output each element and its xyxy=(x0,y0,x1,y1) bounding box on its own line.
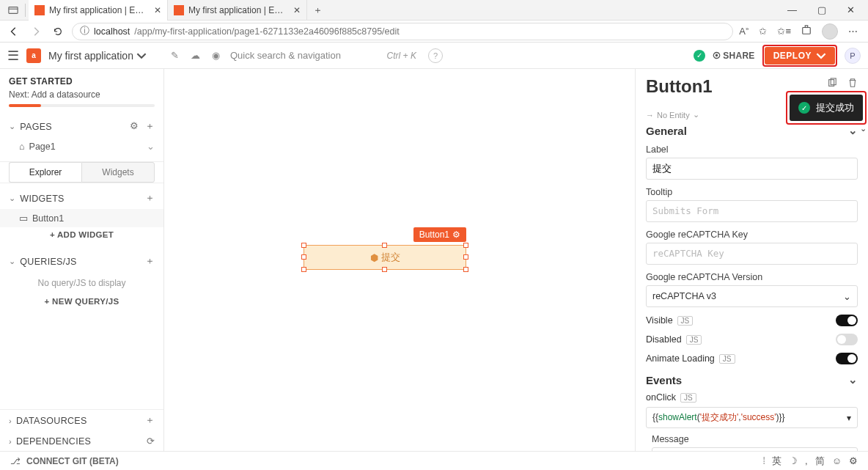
close-window-icon[interactable]: ✕ xyxy=(847,4,855,15)
resize-handle[interactable] xyxy=(463,267,468,272)
comment-icon[interactable]: ☁ xyxy=(189,49,202,62)
label-input[interactable] xyxy=(646,158,858,180)
appsmith-logo-icon[interactable]: a xyxy=(26,48,41,63)
resize-handle[interactable] xyxy=(463,254,468,260)
chevron-right-icon: › xyxy=(9,416,12,425)
tab-widgets[interactable]: Widgets xyxy=(81,162,155,183)
sidebar-item-button1[interactable]: ▭ Button1 xyxy=(0,209,163,227)
tab-groups-icon[interactable] xyxy=(6,5,21,15)
section-queries[interactable]: ⌄ QUERIES/JS ＋ xyxy=(0,251,163,272)
get-started-title: GET STARTED xyxy=(9,76,155,87)
resize-handle[interactable] xyxy=(463,243,468,248)
more-icon[interactable]: ⋯ xyxy=(848,26,858,37)
collections-icon[interactable]: ✩≡ xyxy=(777,26,791,37)
new-tab-button[interactable]: ＋ xyxy=(307,4,328,17)
help-button[interactable]: ? xyxy=(428,48,443,63)
deploy-button[interactable]: DEPLOY xyxy=(765,47,835,65)
refresh-button[interactable] xyxy=(50,23,66,40)
add-query-icon[interactable]: ＋ xyxy=(145,255,155,268)
js-toggle[interactable]: JS xyxy=(719,354,735,364)
chevron-down-icon: ⌄ xyxy=(147,141,155,152)
browser-tab[interactable]: My first application | Editor | App ✕ xyxy=(168,0,307,21)
section-events[interactable]: Events ⌄ xyxy=(646,373,858,386)
add-widget-icon[interactable]: ＋ xyxy=(145,192,155,205)
section-widgets[interactable]: ⌄ WIDGETS ＋ xyxy=(0,188,163,209)
section-datasources[interactable]: › DATASOURCES ＋ xyxy=(0,410,163,431)
ime-lang[interactable]: 英 xyxy=(772,455,781,468)
widget-settings-icon[interactable]: ⚙ xyxy=(452,230,460,240)
recaptcha-key-input[interactable] xyxy=(646,243,858,265)
share-button[interactable]: ⦿ SHARE xyxy=(713,51,755,61)
js-toggle[interactable]: JS xyxy=(680,393,696,403)
tooltip-input[interactable] xyxy=(646,200,858,222)
user-avatar[interactable]: P xyxy=(845,48,861,64)
js-toggle[interactable]: JS xyxy=(677,316,694,326)
gear-icon[interactable]: ⚙ xyxy=(130,120,139,133)
section-dependencies[interactable]: › DEPENDENCIES ⟳ xyxy=(0,431,163,451)
get-started-block: GET STARTED Next: Add a datasource xyxy=(0,69,163,111)
add-page-icon[interactable]: ＋ xyxy=(145,120,155,133)
close-icon[interactable]: ✕ xyxy=(293,5,301,15)
git-branch-icon[interactable]: ⎇ xyxy=(10,456,21,466)
status-ok-icon[interactable]: ✓ xyxy=(694,50,705,62)
edit-icon[interactable]: ✎ xyxy=(169,49,182,62)
visible-toggle[interactable] xyxy=(836,315,858,326)
menu-icon[interactable]: ☰ xyxy=(7,48,19,64)
minimize-icon[interactable]: — xyxy=(787,4,797,15)
chevron-down-icon: ⌄ xyxy=(9,122,15,131)
delete-icon[interactable] xyxy=(847,78,858,90)
add-datasource-icon[interactable]: ＋ xyxy=(145,414,155,427)
back-button[interactable] xyxy=(6,23,22,40)
selected-widget[interactable]: Button1 ⚙ ⬢ 提交 xyxy=(304,245,466,270)
extensions-icon[interactable] xyxy=(801,25,812,37)
close-icon[interactable]: ✕ xyxy=(154,5,161,15)
onclick-code-input[interactable]: {{showAlert('提交成功','success')}} ▾ xyxy=(646,407,858,428)
js-toggle[interactable]: JS xyxy=(686,335,702,345)
dropdown-icon[interactable]: ▾ xyxy=(847,413,851,423)
resize-handle[interactable] xyxy=(382,243,387,248)
canvas-area[interactable]: Button1 ⚙ ⬢ 提交 xyxy=(164,69,635,451)
maximize-icon[interactable]: ▢ xyxy=(817,4,826,15)
sidebar-item-page1[interactable]: ⌂ Page1 ⌄ xyxy=(0,137,163,155)
svg-rect-0 xyxy=(9,7,18,13)
ime-moon-icon[interactable]: ☽ xyxy=(789,455,798,466)
refresh-deps-icon[interactable]: ⟳ xyxy=(147,436,155,447)
read-aloud-icon[interactable]: A» xyxy=(739,26,749,37)
app-toolbar: ☰ a My first application ✎ ☁ ◉ Quick sea… xyxy=(0,43,868,69)
new-query-link[interactable]: + NEW QUERY/JS xyxy=(0,294,163,309)
connect-git-link[interactable]: CONNECT GIT (BETA) xyxy=(26,456,119,466)
omnibar-search[interactable]: Quick search & navigation Ctrl + K xyxy=(230,50,421,61)
tab-explorer[interactable]: Explorer xyxy=(9,162,81,183)
button-widget[interactable]: ⬢ 提交 xyxy=(304,245,466,270)
disabled-toggle[interactable] xyxy=(836,334,858,345)
browser-tab[interactable]: My first application | Editor | App ✕ xyxy=(29,0,168,21)
widget-name-tag[interactable]: Button1 ⚙ xyxy=(413,227,466,242)
section-pages[interactable]: ⌄ PAGES ⚙ ＋ xyxy=(0,116,163,137)
ime-separator-icon: ⦙ xyxy=(763,455,765,467)
section-general[interactable]: General ⌄ xyxy=(646,124,858,137)
profile-avatar[interactable] xyxy=(822,23,838,40)
url-input[interactable]: ⓘ localhost/app/my-first-application/pag… xyxy=(72,23,733,40)
resize-handle[interactable] xyxy=(301,267,306,272)
chevron-down-icon: ⌄ xyxy=(9,257,15,266)
animate-toggle[interactable] xyxy=(836,353,858,364)
ime-emoji-icon[interactable]: ☺ xyxy=(832,455,842,466)
resize-handle[interactable] xyxy=(301,254,306,260)
tab-title: My first application | Editor | App xyxy=(188,5,287,15)
address-bar: ⓘ localhost/app/my-first-application/pag… xyxy=(0,21,868,43)
recaptcha-version-select[interactable]: reCAPTCHA v3 ⌄ xyxy=(646,285,858,307)
favorites-icon[interactable]: ✩ xyxy=(759,26,767,37)
get-started-next[interactable]: Next: Add a datasource xyxy=(9,89,155,100)
message-input[interactable] xyxy=(652,447,858,451)
copy-icon[interactable] xyxy=(827,78,837,90)
ime-settings-icon[interactable]: ⚙ xyxy=(849,455,858,466)
app-name-dropdown[interactable]: My first application xyxy=(48,50,147,62)
site-info-icon[interactable]: ⓘ xyxy=(80,25,89,37)
url-path: /app/my-first-application/page1-6271133e… xyxy=(134,26,399,37)
preview-icon[interactable]: ◉ xyxy=(210,49,223,62)
ime-script[interactable]: 简 xyxy=(815,455,825,468)
resize-handle[interactable] xyxy=(382,267,387,272)
success-toast: ✓ 提交成功 xyxy=(790,95,863,121)
add-widget-link[interactable]: + ADD WIDGET xyxy=(0,227,163,242)
resize-handle[interactable] xyxy=(301,243,306,248)
